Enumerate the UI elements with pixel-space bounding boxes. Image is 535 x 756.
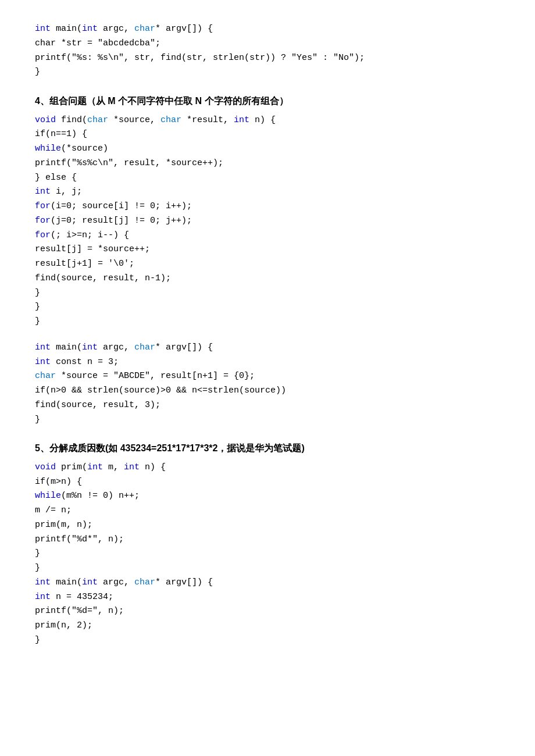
code-line: result[j] = *source++; (35, 243, 500, 257)
section-5-prim-code: void prim(int m, int n) { if(m>n) { whil… (35, 461, 500, 648)
type-char6: char (134, 577, 155, 587)
code-line: int main(int argc, char* argv[]) { (35, 22, 500, 37)
code-line: prim(m, n); (35, 518, 500, 533)
code-line: char *str = ″abcdedcba″; (35, 37, 500, 51)
page-content: int main(int argc, char* argv[]) { char … (35, 22, 500, 648)
keyword-for2: for (35, 216, 51, 226)
type-char: char (134, 24, 155, 34)
code-line: result[j+1] = '\0'; (35, 257, 500, 272)
code-line: if(n==1) { (35, 127, 500, 142)
code-line: printf(″%d=″, n); (35, 604, 500, 619)
keyword-int: int (35, 24, 51, 34)
code-line: } (35, 547, 500, 561)
keyword-while: while (35, 144, 61, 154)
keyword-void: void (35, 115, 56, 125)
code-line: void prim(int m, int n) { (35, 461, 500, 475)
code-line: find(source, result, 3); (35, 398, 500, 413)
keyword-int6: int (82, 343, 98, 352)
keyword-int9: int (124, 462, 140, 472)
code-line: char *source = ″ABCDE″, result[n+1] = {0… (35, 369, 500, 384)
code-line: prim(n, 2); (35, 619, 500, 633)
code-line: if(m>n) { (35, 475, 500, 490)
top-code-block: int main(int argc, char* argv[]) { char … (35, 22, 500, 80)
code-line: } (35, 633, 500, 648)
type-char4: char (134, 343, 155, 352)
code-line: int i, j; (35, 185, 500, 199)
type-char5: char (35, 371, 56, 381)
code-line: } (35, 65, 500, 80)
code-line: find(source, result, n-1); (35, 272, 500, 286)
code-line: for(j=0; result[j] != 0; j++); (35, 214, 500, 229)
keyword-int4: int (35, 187, 51, 197)
code-line: } (35, 286, 500, 301)
code-line: int n = 435234; (35, 590, 500, 605)
keyword-int10: int (35, 577, 51, 587)
keyword-int5: int (35, 343, 51, 352)
keyword-void2: void (35, 462, 56, 472)
keyword-int8: int (87, 462, 103, 472)
code-line: printf(″%s%c\n″, result, *source++); (35, 156, 500, 171)
keyword-int2: int (82, 24, 98, 34)
type-char3: char (160, 115, 181, 125)
keyword-for3: for (35, 230, 51, 240)
code-line: } (35, 300, 500, 315)
keyword-int7: int (35, 357, 51, 367)
code-line: while(m%n != 0) n++; (35, 489, 500, 504)
keyword-for1: for (35, 201, 51, 211)
code-line: if(n>0 && strlen(source)>0 && n<=strlen(… (35, 384, 500, 398)
code-line: int main(int argc, char* argv[]) { (35, 576, 500, 590)
code-line: } (35, 561, 500, 576)
section-5-heading: 5、分解成质因数(如 435234=251*17*17*3*2，据说是华为笔试题… (35, 441, 500, 456)
code-line: printf(″%d*″, n); (35, 533, 500, 547)
code-line: } (35, 315, 500, 329)
code-line: printf(″%s: %s\n″, str, find(str, strlen… (35, 51, 500, 66)
code-line: int main(int argc, char* argv[]) { (35, 341, 500, 355)
keyword-while2: while (35, 491, 61, 501)
section-4-find-code: void find(char *source, char *result, in… (35, 113, 500, 329)
code-line: int const n = 3; (35, 355, 500, 370)
code-line: } (35, 413, 500, 427)
code-line: } else { (35, 171, 500, 186)
code-line: while(*source) (35, 142, 500, 156)
code-line: for(i=0; source[i] != 0; i++); (35, 199, 500, 214)
keyword-int11: int (82, 577, 98, 587)
keyword-int12: int (35, 592, 51, 602)
code-line: m /= n; (35, 504, 500, 518)
type-char2: char (87, 115, 108, 125)
section-4-heading: 4、组合问题（从 M 个不同字符中任取 N 个字符的所有组合） (35, 94, 500, 109)
keyword-int3: int (234, 115, 249, 125)
code-line: for(; i>=n; i--) { (35, 229, 500, 243)
code-line: void find(char *source, char *result, in… (35, 113, 500, 128)
section-4-main-code: int main(int argc, char* argv[]) { int c… (35, 341, 500, 427)
